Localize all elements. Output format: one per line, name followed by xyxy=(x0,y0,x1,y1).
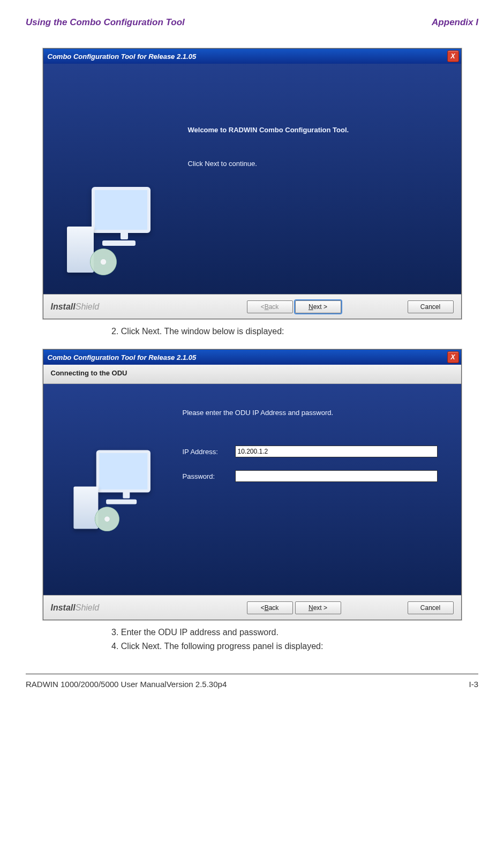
back-button: < Back xyxy=(247,300,293,313)
password-label: Password: xyxy=(183,472,235,480)
welcome-heading: Welcome to RADWIN Combo Configuration To… xyxy=(188,126,442,134)
cd-icon xyxy=(88,247,118,277)
monitor-icon xyxy=(96,450,150,492)
next-button[interactable]: Next > xyxy=(295,300,341,313)
wizard-illustration xyxy=(43,384,183,595)
monitor-icon xyxy=(92,187,151,233)
wizard-subheading: Connecting to the ODU xyxy=(43,365,461,384)
back-button[interactable]: < Back xyxy=(247,601,293,614)
password-input[interactable] xyxy=(235,470,438,482)
welcome-subtext: Click Next to continue. xyxy=(188,160,442,168)
close-icon[interactable]: X xyxy=(447,351,459,363)
cancel-button[interactable]: Cancel xyxy=(408,300,454,313)
step-2-text: 2. Click Next. The window below is displ… xyxy=(111,327,478,336)
step-3-text: 3. Enter the ODU IP address and password… xyxy=(111,628,478,637)
footer-left: RADWIN 1000/2000/5000 User ManualVersion… xyxy=(26,680,227,689)
wizard-welcome: Combo Configuration Tool for Release 2.1… xyxy=(43,48,462,319)
connect-prompt: Please enter the ODU IP Address and pass… xyxy=(183,409,438,417)
window-title: Combo Configuration Tool for Release 2.1… xyxy=(48,52,197,61)
installshield-logo: InstallShield xyxy=(51,302,100,312)
step-4-text: 4. Click Next. The following progress pa… xyxy=(111,642,478,651)
ip-label: IP Address: xyxy=(183,448,235,456)
titlebar: Combo Configuration Tool for Release 2.1… xyxy=(43,350,461,365)
header-right: Appendix I xyxy=(432,17,478,28)
installshield-logo: InstallShield xyxy=(51,603,100,613)
footer-right: I-3 xyxy=(469,680,478,689)
titlebar: Combo Configuration Tool for Release 2.1… xyxy=(43,49,461,64)
cancel-button[interactable]: Cancel xyxy=(408,601,454,614)
header-left: Using the Combo Configuration Tool xyxy=(26,17,185,28)
next-button[interactable]: Next > xyxy=(295,601,341,614)
cd-icon xyxy=(93,505,121,533)
wizard-illustration xyxy=(43,64,176,294)
wizard-connect: Combo Configuration Tool for Release 2.1… xyxy=(43,349,462,620)
close-icon[interactable]: X xyxy=(447,50,459,62)
window-title: Combo Configuration Tool for Release 2.1… xyxy=(48,353,197,361)
ip-input[interactable] xyxy=(235,446,438,457)
wizard-footer: InstallShield < Back Next > Cancel xyxy=(43,294,461,319)
wizard-footer: InstallShield < Back Next > Cancel xyxy=(43,595,461,620)
